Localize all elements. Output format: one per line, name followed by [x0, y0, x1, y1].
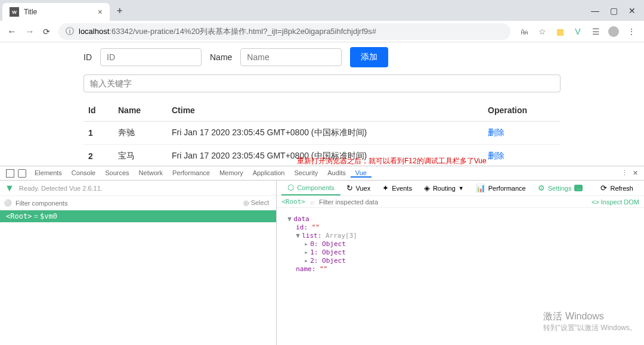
reload-button[interactable]: ⟳	[43, 27, 50, 36]
cell-name: 奔驰	[113, 122, 167, 145]
toolbar-icons: 🗛 ☆ ▦ V ☰ ⋮	[519, 26, 637, 37]
component-tree-root[interactable]: <Root> = $vm0	[0, 210, 276, 222]
site-info-icon[interactable]: ⓘ	[66, 26, 74, 37]
id-input[interactable]	[100, 48, 202, 66]
settings-tab[interactable]: ⚙Settings …	[532, 184, 589, 192]
tab-title: Title	[24, 8, 93, 16]
devtools-tab-security[interactable]: Security	[289, 169, 323, 178]
th-ctime: Ctime	[167, 100, 483, 122]
devtools-menu-icon[interactable]: ⋮	[621, 169, 628, 177]
close-tab-icon[interactable]: ×	[98, 7, 103, 17]
filter-components-input[interactable]	[16, 200, 236, 207]
name-input[interactable]	[240, 48, 342, 66]
devtools-tab-audits[interactable]: Audits	[323, 169, 351, 178]
filter-data-input[interactable]	[319, 198, 587, 206]
refresh-button[interactable]: ⟳Refresh	[595, 184, 639, 192]
table-row: 1 奔驰 Fri Jan 17 2020 23:05:45 GMT+0800 (…	[83, 122, 561, 145]
new-tab-button[interactable]: +	[117, 5, 122, 16]
delete-link[interactable]: 删除	[488, 151, 504, 160]
menu-icon[interactable]: ⋮	[626, 26, 637, 37]
component-data-view[interactable]: ▼data id: "" ▼list: Array[3] ▸0: Object …	[281, 212, 639, 277]
th-id: Id	[83, 100, 113, 122]
inspected-component-name: <Root>	[281, 198, 305, 206]
devtools-close-icon[interactable]: ✕	[633, 169, 638, 177]
annotation-text: 重新打开浏览器之后，就可以看到F12的调试工具栏多了Vue	[297, 156, 487, 166]
close-icon[interactable]: ✕	[628, 6, 636, 15]
th-op: Operation	[483, 100, 561, 122]
cell-op: 删除	[483, 145, 561, 168]
reader-icon[interactable]: ☰	[590, 26, 601, 37]
events-tab[interactable]: ✦Events	[376, 181, 418, 195]
address-bar[interactable]: ⓘ localhost:63342/vue-pratice/14%20列表基本操…	[58, 23, 510, 40]
minimize-icon[interactable]: —	[591, 6, 599, 15]
vuex-tab[interactable]: ↻Vuex	[340, 181, 377, 195]
cell-name: 宝马	[113, 145, 167, 168]
window-controls: — ▢ ✕	[591, 6, 642, 15]
add-button[interactable]: 添加	[350, 47, 388, 67]
translate-icon[interactable]: 🗛	[519, 26, 530, 37]
profile-icon[interactable]	[608, 26, 619, 37]
devtools-tab-network[interactable]: Network	[134, 169, 168, 178]
inspect-element-icon[interactable]	[6, 169, 14, 178]
filter-icon: ⚪	[4, 199, 12, 207]
maximize-icon[interactable]: ▢	[610, 6, 618, 15]
cell-id: 1	[83, 122, 113, 145]
devtools-left-pane: ▼ Ready. Detected Vue 2.6.11. ⚪ ◎ Select…	[0, 181, 277, 345]
search-input[interactable]	[83, 74, 561, 92]
performance-tab[interactable]: 📊Performance	[470, 181, 532, 195]
cell-op: 删除	[483, 122, 561, 145]
form-row: ID Name 添加	[83, 47, 561, 67]
routing-tab[interactable]: ◈Routing ▼	[418, 181, 470, 195]
devtools-tab-elements[interactable]: Elements	[30, 169, 67, 178]
name-label: Name	[210, 52, 232, 62]
star-icon[interactable]: ☆	[537, 26, 547, 37]
inspect-dom-button[interactable]: <> Inspect DOM	[592, 198, 639, 206]
search-icon: ⌕	[310, 198, 314, 206]
select-component-button[interactable]: ◎ Select	[240, 199, 273, 207]
url-text: localhost:63342/vue-pratice/14%20列表基本操作.…	[79, 26, 376, 37]
components-tab[interactable]: ⬡Components	[281, 181, 340, 195]
devtools-tab-sources[interactable]: Sources	[100, 169, 134, 178]
extension-icon[interactable]: ▦	[555, 26, 565, 37]
back-button[interactable]: ←	[7, 26, 17, 37]
cell-id: 2	[83, 145, 113, 168]
devtools-tab-vue[interactable]: Vue	[351, 169, 371, 178]
vue-devtools-icon[interactable]: V	[572, 26, 583, 37]
devtools-tab-console[interactable]: Console	[67, 169, 100, 178]
forward-button[interactable]: →	[25, 26, 35, 37]
search-row	[83, 74, 561, 92]
devtools-tab-memory[interactable]: Memory	[215, 169, 248, 178]
cell-ctime: Fri Jan 17 2020 23:05:45 GMT+0800 (中国标准时…	[167, 122, 483, 145]
browser-tab[interactable]: W Title ×	[2, 3, 110, 21]
windows-watermark: 激活 Windows 转到"设置"以激活 Windows。	[543, 310, 637, 333]
browser-tab-strip: W Title × + — ▢ ✕	[0, 0, 644, 21]
vue-ready-text: Ready. Detected Vue 2.6.11.	[19, 185, 103, 192]
th-name: Name	[113, 100, 167, 122]
favicon-icon: W	[10, 7, 19, 17]
device-toolbar-icon[interactable]	[18, 169, 26, 178]
vue-logo-icon: ▼	[5, 183, 14, 194]
devtools-tab-application[interactable]: Application	[248, 169, 290, 178]
browser-toolbar: ← → ⟳ ⓘ localhost:63342/vue-pratice/14%2…	[0, 21, 644, 42]
devtools-tab-performance[interactable]: Performance	[168, 169, 215, 178]
devtools-tab-strip: ElementsConsoleSourcesNetworkPerformance…	[0, 166, 644, 181]
delete-link[interactable]: 删除	[488, 128, 504, 137]
id-label: ID	[83, 52, 92, 62]
